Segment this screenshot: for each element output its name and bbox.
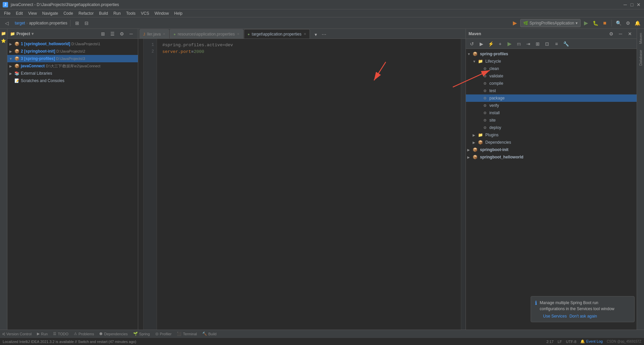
maven-item-lifecycle[interactable]: ▼ 📁 Lifecycle: [466, 58, 637, 65]
maven-arrow-sb-hello: ▶: [467, 155, 471, 159]
maven-item-test[interactable]: ⚙ test: [466, 87, 637, 94]
use-services-link[interactable]: Use Services: [543, 314, 567, 319]
bottom-dependencies[interactable]: ⬢ Dependencies: [99, 332, 127, 336]
bottom-version-control[interactable]: ⑆ Version Control: [3, 332, 32, 336]
tab-close-controller[interactable]: ✕: [163, 32, 165, 36]
tab-dropdown-btn[interactable]: ▾: [312, 30, 320, 39]
maven-sidebar-label[interactable]: Maven: [637, 30, 644, 47]
bottom-terminal[interactable]: ⬛ Terminal: [177, 332, 197, 336]
bottom-run[interactable]: ▶ Run: [37, 332, 48, 336]
maven-item-install[interactable]: ⚙ install: [466, 109, 637, 117]
maven-item-validate[interactable]: ⚙ validate: [466, 72, 637, 80]
menu-tools[interactable]: Tools: [123, 9, 138, 17]
dont-ask-link[interactable]: Don't ask again: [570, 314, 597, 319]
maven-item-package[interactable]: ⚙ package: [466, 94, 637, 102]
menu-edit[interactable]: Edit: [13, 9, 25, 17]
maven-settings-btn[interactable]: ⚙: [607, 30, 615, 38]
menu-help[interactable]: Help: [171, 9, 185, 17]
maven-item-compile[interactable]: ⚙ compile: [466, 80, 637, 87]
database-sidebar-label[interactable]: Database: [637, 47, 644, 68]
maven-btn3[interactable]: ⊞: [534, 40, 542, 48]
maven-item-verify[interactable]: ⚙ verify: [466, 102, 637, 109]
cursor-position[interactable]: 2:17: [546, 340, 553, 344]
menu-code[interactable]: Code: [61, 9, 76, 17]
maven-run-green-btn[interactable]: ▶: [505, 40, 514, 48]
tree-item-scratches[interactable]: 📝 Scratches and Consoles: [7, 77, 138, 84]
run-label: Run: [41, 332, 48, 336]
bottom-todo[interactable]: ☰ TODO: [53, 332, 68, 336]
project-expand-btn[interactable]: ⊞: [99, 30, 107, 38]
maven-item-deploy[interactable]: ⚙ deploy: [466, 124, 637, 131]
project-tree: ▶ 📦 1 [springboot_helloworld] D:\JavaPro…: [7, 39, 138, 330]
run-button[interactable]: ▶: [582, 19, 590, 27]
project-gear-btn[interactable]: ⚙: [118, 30, 126, 38]
tab-controller[interactable]: J ller.java ✕: [140, 29, 169, 39]
maven-reload-btn[interactable]: ↺: [468, 40, 476, 48]
tab-target-props[interactable]: ● target\application.properties ✕: [244, 29, 310, 39]
tree-item-spring-profiles[interactable]: ▼ 📦 3 [spring-profiles] D:\JavaProjects\…: [7, 55, 138, 62]
maven-add-btn[interactable]: +: [496, 40, 504, 48]
menu-build[interactable]: Build: [96, 9, 111, 17]
breadcrumb-target[interactable]: target: [15, 21, 25, 25]
run-config-icon[interactable]: ▶: [511, 19, 519, 27]
project-view-btn[interactable]: 📁: [0, 30, 7, 37]
maven-skip-btn[interactable]: m: [515, 40, 523, 48]
favorites-btn[interactable]: ⭐: [0, 38, 7, 44]
line-ending[interactable]: LF: [557, 340, 562, 344]
debug-button[interactable]: 🐛: [591, 19, 599, 27]
minimize-button[interactable]: ─: [623, 2, 628, 7]
tree-item-springboot-helloworld[interactable]: ▶ 📦 1 [springboot_helloworld] D:\JavaPro…: [7, 40, 138, 48]
maven-btn5[interactable]: ≡: [552, 40, 560, 48]
maven-execute-btn[interactable]: ▶: [477, 40, 485, 48]
bottom-profiler[interactable]: ◎ Profiler: [155, 332, 172, 336]
toolbar-btn1[interactable]: ⊞: [73, 19, 81, 27]
file-encoding[interactable]: UTF-8: [566, 340, 576, 344]
tab-more-btn[interactable]: ⋯: [320, 30, 328, 39]
maven-item-springboot-init[interactable]: ▶ 📦 springboot-init: [466, 146, 637, 153]
menu-refactor[interactable]: Refactor: [76, 9, 96, 17]
maven-arrow-plugins: ▶: [473, 133, 477, 137]
maven-item-clean[interactable]: ⚙ clean: [466, 65, 637, 72]
breadcrumb-file[interactable]: application.properties: [29, 21, 67, 25]
maven-item-springboot-helloworld[interactable]: ▶ 📦 springboot_helloworld: [466, 153, 637, 161]
update-button[interactable]: 🔔: [633, 19, 641, 27]
event-log-btn[interactable]: 🔔 Event Log: [580, 339, 603, 344]
maven-btn2[interactable]: ⇥: [524, 40, 532, 48]
maven-btn4[interactable]: ⊡: [543, 40, 551, 48]
maven-item-site[interactable]: ⚙ site: [466, 117, 637, 124]
tab-resources-props[interactable]: ● resources\application.properties ✕: [170, 29, 243, 39]
run-config-dropdown[interactable]: 🌿 SpringProfilesApplication ▾: [520, 19, 581, 27]
tab-close-resources[interactable]: ✕: [237, 32, 239, 36]
menu-file[interactable]: File: [1, 9, 13, 17]
menu-view[interactable]: View: [25, 9, 40, 17]
bottom-spring[interactable]: 🌱 Spring: [133, 332, 150, 336]
close-button[interactable]: ✕: [636, 2, 641, 7]
bottom-problems[interactable]: ⚠ Problems: [74, 332, 94, 336]
menu-run[interactable]: Run: [111, 9, 123, 17]
code-editor[interactable]: #spring.profiles.active=dev server.port …: [157, 39, 461, 330]
maven-close-btn[interactable]: ✕: [626, 30, 634, 38]
search-everywhere-button[interactable]: 🔍: [614, 19, 623, 27]
settings-button[interactable]: ⚙: [624, 19, 632, 27]
tab-close-target[interactable]: ✕: [304, 32, 306, 36]
toolbar-btn2[interactable]: ⊟: [83, 19, 91, 27]
menu-navigate[interactable]: Navigate: [40, 9, 61, 17]
editor-scrollbar[interactable]: [461, 39, 466, 330]
bottom-build[interactable]: 🔨 Build: [202, 332, 216, 336]
maven-run-btn[interactable]: ⚡: [487, 40, 495, 48]
menu-window[interactable]: Window: [152, 9, 172, 17]
tree-item-springboot-init[interactable]: ▶ 📦 2 [springboot-init] D:\JavaProjects\…: [7, 48, 138, 55]
tree-item-external-libraries[interactable]: ▶ 📚 External Libraries: [7, 70, 138, 77]
maven-item-plugins[interactable]: ▶ 📁 Plugins: [466, 131, 637, 139]
stop-button[interactable]: ■: [601, 19, 609, 27]
maven-item-dependencies[interactable]: ▶ 📦 Dependencies: [466, 139, 637, 146]
menu-vcs[interactable]: VCS: [138, 9, 152, 17]
maven-btn6[interactable]: 🔧: [562, 40, 570, 48]
maximize-button[interactable]: □: [629, 2, 635, 7]
back-button[interactable]: ◁: [3, 19, 11, 27]
project-minimize-btn[interactable]: ─: [127, 30, 135, 38]
maven-minimize-btn[interactable]: ─: [616, 30, 625, 38]
maven-item-spring-profiles[interactable]: ▼ 📦 spring-profiles: [466, 50, 637, 58]
tree-item-javaconnect[interactable]: ▶ 📦 javaConnect D:\大三下\数据库\e2\javaConnec…: [7, 62, 138, 70]
project-collapse-btn[interactable]: ☰: [108, 30, 116, 38]
